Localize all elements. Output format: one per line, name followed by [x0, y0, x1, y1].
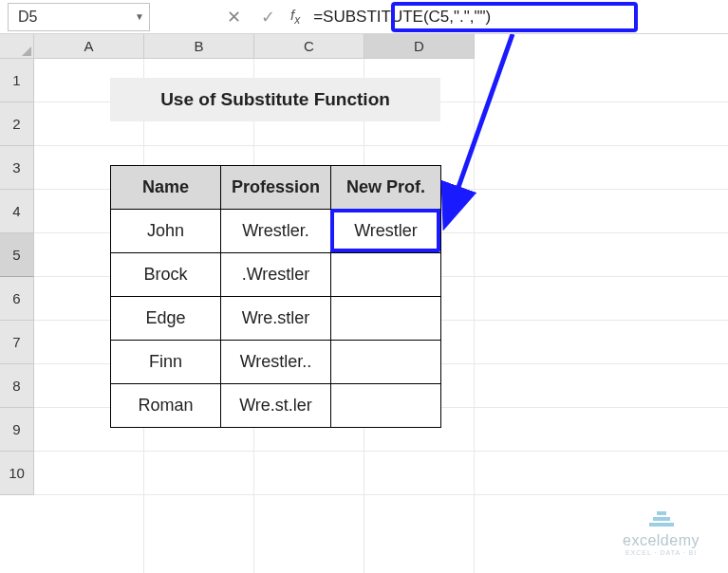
col-head-a[interactable]: A	[34, 34, 144, 59]
cell-name[interactable]: Finn	[111, 341, 221, 384]
row-head-7[interactable]: 7	[0, 321, 34, 364]
row-head-6[interactable]: 6	[0, 277, 34, 321]
cell-profession[interactable]: .Wrestler	[221, 253, 331, 297]
row-head-9[interactable]: 9	[0, 408, 34, 452]
cell-profession[interactable]: Wrestler..	[221, 341, 331, 384]
name-box-dropdown-icon[interactable]: ▼	[130, 11, 149, 22]
formula-bar-row: D5 ▼ ✕ ✓ fx =SUBSTITUTE(C5,".","")	[0, 0, 728, 34]
watermark-logo-icon	[648, 511, 675, 530]
name-box-value: D5	[9, 9, 130, 26]
row-head-5[interactable]: 5	[0, 233, 34, 277]
table-row: Finn Wrestler..	[111, 341, 441, 384]
header-name[interactable]: Name	[111, 166, 221, 210]
name-box[interactable]: D5 ▼	[8, 3, 150, 31]
cell-profession[interactable]: Wrestler.	[221, 210, 331, 253]
cell-name[interactable]: Edge	[111, 297, 221, 341]
row-head-4[interactable]: 4	[0, 190, 34, 233]
cell-newprof[interactable]: Wrestler	[331, 210, 441, 253]
row-head-8[interactable]: 8	[0, 364, 34, 408]
watermark: exceldemy EXCEL · DATA · BI	[623, 511, 700, 556]
data-table: Name Profession New Prof. John Wrestler.…	[110, 165, 441, 428]
select-all-corner[interactable]	[0, 34, 34, 59]
row-head-10[interactable]: 10	[0, 452, 34, 495]
col-head-c[interactable]: C	[254, 34, 364, 59]
cancel-icon[interactable]: ✕	[216, 7, 251, 28]
table-row: John Wrestler. Wrestler	[111, 210, 441, 253]
row-head-1[interactable]: 1	[0, 59, 34, 102]
cell-newprof[interactable]	[331, 297, 441, 341]
cell-name[interactable]: Brock	[111, 253, 221, 297]
watermark-tagline: EXCEL · DATA · BI	[625, 549, 697, 556]
cell-profession[interactable]: Wre.st.ler	[221, 384, 331, 428]
cell-name[interactable]: Roman	[111, 384, 221, 428]
row-head-2[interactable]: 2	[0, 102, 34, 146]
enter-icon[interactable]: ✓	[251, 7, 285, 28]
cell-newprof[interactable]	[331, 253, 441, 297]
table-row: Brock .Wrestler	[111, 253, 441, 297]
page-title: Use of Substitute Function	[110, 78, 440, 121]
cell-newprof[interactable]	[331, 341, 441, 384]
header-profession[interactable]: Profession	[221, 166, 331, 210]
cell-profession[interactable]: Wre.stler	[221, 297, 331, 341]
formula-input[interactable]: =SUBSTITUTE(C5,".","")	[308, 8, 728, 27]
table-row: Roman Wre.st.ler	[111, 384, 441, 428]
table-row: Edge Wre.stler	[111, 297, 441, 341]
table-header-row: Name Profession New Prof.	[111, 166, 441, 210]
cell-newprof[interactable]	[331, 384, 441, 428]
fx-icon[interactable]: fx	[290, 7, 300, 27]
header-newprof[interactable]: New Prof.	[331, 166, 441, 210]
watermark-name: exceldemy	[623, 532, 700, 549]
row-head-3[interactable]: 3	[0, 146, 34, 190]
cell-name[interactable]: John	[111, 210, 221, 253]
col-head-b[interactable]: B	[144, 34, 254, 59]
col-head-d[interactable]: D	[364, 34, 475, 59]
